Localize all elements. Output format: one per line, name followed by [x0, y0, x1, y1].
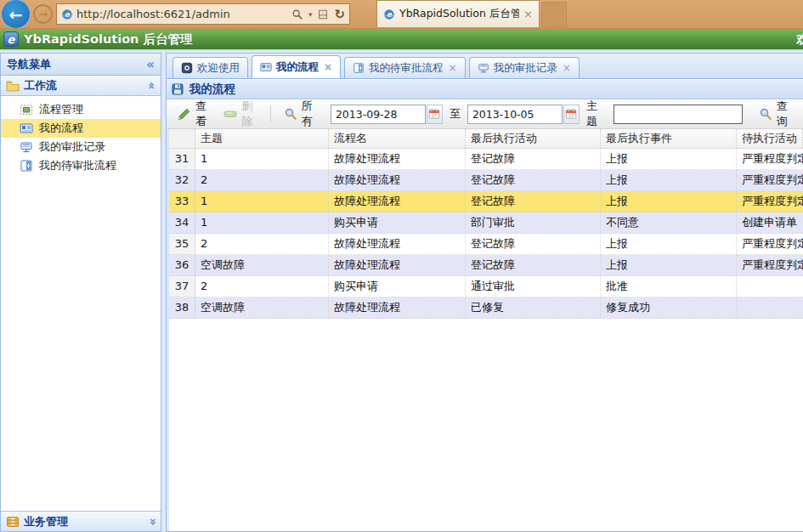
browser-forward-button[interactable]: →	[33, 4, 53, 24]
cell-pending: 严重程度判定	[737, 255, 803, 276]
svg-text:17: 17	[568, 114, 574, 118]
tab-close-icon[interactable]: ×	[523, 8, 533, 20]
expand-down-icon[interactable]: «	[144, 518, 158, 525]
browser-back-button[interactable]: ←	[1, 0, 31, 29]
cell-subject: 1	[195, 212, 329, 234]
sidebar-collapse-icon[interactable]: «	[146, 57, 155, 72]
browser-tab[interactable]: e YbRapidSolution 后台管理 ×	[376, 0, 540, 27]
grid-header: 主题 流程名 最后执行活动 最后执行事件 待执行活动	[169, 129, 803, 149]
tab-approval-records[interactable]: 我的审批记录 ×	[469, 57, 580, 78]
cell-flow: 故障处理流程	[329, 170, 466, 191]
app-title: YbRapidSolution 后台管理	[24, 31, 193, 48]
panel-title: 我的流程	[189, 82, 235, 97]
compatibility-view-icon[interactable]	[317, 8, 329, 20]
magnifier-icon	[284, 107, 297, 121]
panel-header: 我的流程	[167, 79, 803, 99]
delete-button[interactable]: 删除	[219, 96, 261, 132]
cell-activity: 登记故障	[466, 170, 601, 191]
tab-welcome[interactable]: 欢迎使用	[172, 57, 248, 78]
sidebar-item-my-processes[interactable]: 我的流程	[1, 119, 161, 138]
floppy-disk-icon	[171, 82, 184, 96]
tab-label: 我的审批记录	[494, 61, 557, 76]
plus-square-icon	[353, 62, 365, 74]
sidebar-item-label: 我的待审批流程	[39, 158, 116, 173]
approval-record-icon	[20, 140, 33, 154]
cell-event: 批准	[601, 276, 737, 297]
date-from-input[interactable]	[331, 105, 426, 124]
cell-activity: 通过审批	[466, 276, 601, 297]
cell-event: 上报	[601, 234, 737, 255]
address-bar-url[interactable]: http://localhost:6621/admin	[76, 8, 288, 20]
folder-icon	[6, 79, 20, 93]
column-header-pending[interactable]: 待执行活动	[737, 129, 803, 148]
cell-flow: 故障处理流程	[329, 191, 466, 212]
app-header: e YbRapidSolution 后台管理 欢	[0, 28, 803, 49]
table-row-selected[interactable]: 33 1 故障处理流程 登记故障 上报 严重程度判定	[169, 191, 803, 212]
date-to-picker-button[interactable]: 17	[563, 105, 580, 124]
column-header-subject[interactable]: 主题	[195, 129, 329, 148]
address-bar[interactable]: e http://localhost:6621/admin ▾ ↻	[56, 3, 350, 25]
cell-flow: 故障处理流程	[329, 255, 466, 276]
app-logo-icon: e	[3, 31, 19, 47]
tab-label: 欢迎使用	[197, 61, 240, 76]
accordion-workflow-label: 工作流	[24, 78, 57, 93]
cell-flow: 故障处理流程	[329, 149, 466, 170]
cell-pending	[737, 297, 803, 319]
table-row[interactable]: 36 空调故障 故障处理流程 登记故障 上报 严重程度判定	[169, 255, 803, 276]
sidebar-item-approval-records[interactable]: 我的审批记录	[1, 138, 161, 156]
sidebar-item-pending-approvals[interactable]: 我的待审批流程	[1, 156, 161, 175]
cell-pending: 严重程度判定	[737, 149, 803, 170]
table-row[interactable]: 31 1 故障处理流程 登记故障 上报 严重程度判定	[169, 149, 803, 170]
cell-activity: 已修复	[466, 297, 601, 319]
cell-flow: 故障处理流程	[329, 234, 466, 255]
date-to-input[interactable]	[467, 105, 563, 124]
cell-event: 上报	[601, 170, 737, 191]
column-header-flow[interactable]: 流程名	[329, 129, 466, 148]
row-number: 31	[169, 149, 195, 170]
table-row[interactable]: 37 2 购买申请 通过审批 批准	[169, 276, 803, 297]
row-number: 37	[169, 276, 195, 297]
view-button[interactable]: 查看	[173, 96, 215, 132]
table-row[interactable]: 34 1 购买申请 部门审批 不同意 创建申请单	[169, 212, 803, 234]
cell-event: 上报	[601, 191, 737, 212]
delete-button-label: 删除	[241, 99, 257, 129]
row-number: 33	[169, 191, 195, 212]
table-row[interactable]: 38 空调故障 故障处理流程 已修复 修复成功	[169, 297, 803, 319]
calendar-icon: 17	[428, 108, 440, 120]
query-button[interactable]: 查询	[755, 96, 796, 132]
browser-tab-title: YbRapidSolution 后台管理	[399, 7, 519, 21]
cell-flow: 购买申请	[329, 276, 466, 297]
table-row[interactable]: 32 2 故障处理流程 登记故障 上报 严重程度判定	[169, 170, 803, 191]
table-row[interactable]: 35 2 故障处理流程 登记故障 上报 严重程度判定	[169, 234, 803, 255]
column-header-event[interactable]: 最后执行事件	[601, 129, 737, 148]
search-icon[interactable]	[291, 8, 303, 20]
all-button[interactable]: 所有	[280, 96, 321, 132]
sidebar-item-process-manage[interactable]: 流程管理	[1, 100, 161, 119]
delete-icon	[223, 107, 237, 121]
column-header-rownum	[169, 129, 195, 148]
accordion-business-header[interactable]: 业务管理 «	[1, 511, 161, 531]
cell-activity: 登记故障	[466, 255, 601, 276]
collapse-up-icon[interactable]: «	[144, 82, 158, 89]
accordion-workflow-header[interactable]: 工作流 «	[1, 76, 161, 96]
gear-icon	[181, 62, 193, 74]
search-dropdown-caret-icon[interactable]: ▾	[308, 10, 313, 19]
tab-label: 我的待审批流程	[369, 61, 444, 76]
tab-label: 我的流程	[276, 60, 319, 75]
tab-pending-approvals[interactable]: 我的待审批流程 ×	[344, 57, 466, 78]
subject-input[interactable]	[614, 105, 743, 124]
row-number: 38	[169, 297, 195, 319]
refresh-icon[interactable]: ↻	[334, 7, 345, 22]
tab-close-icon[interactable]: ×	[563, 62, 571, 74]
subject-label: 主题	[586, 99, 605, 129]
view-button-label: 查看	[195, 99, 211, 129]
tab-close-icon[interactable]: ×	[324, 61, 332, 73]
row-number: 35	[169, 234, 195, 255]
date-from-picker-button[interactable]: 17	[427, 105, 443, 124]
cell-activity: 登记故障	[466, 234, 601, 255]
tab-my-processes[interactable]: 我的流程 ×	[252, 55, 341, 78]
new-tab-button[interactable]	[541, 2, 567, 27]
column-header-activity[interactable]: 最后执行活动	[466, 129, 601, 148]
cell-pending: 严重程度判定	[737, 170, 803, 191]
tab-close-icon[interactable]: ×	[449, 62, 457, 74]
